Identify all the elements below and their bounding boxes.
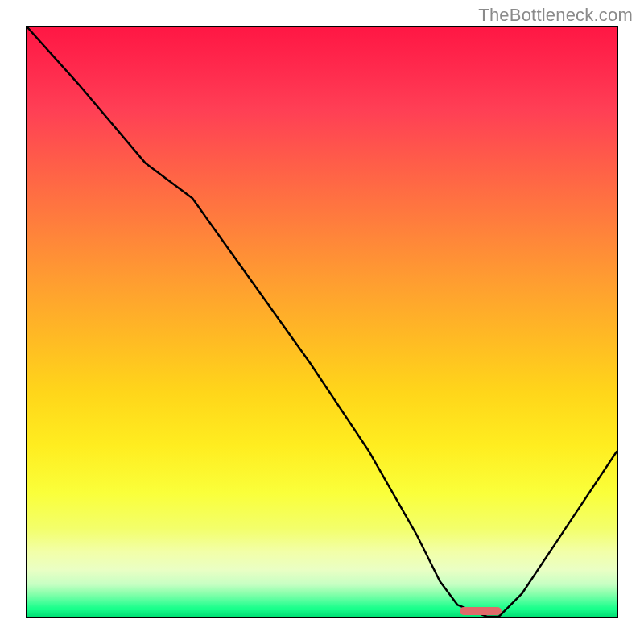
chart-container: TheBottleneck.com xyxy=(0,0,644,644)
optimal-range-marker xyxy=(460,607,502,615)
curve-svg xyxy=(27,27,617,617)
plot-area xyxy=(26,26,618,618)
watermark-text: TheBottleneck.com xyxy=(478,5,633,26)
bottleneck-curve-path xyxy=(27,27,617,617)
